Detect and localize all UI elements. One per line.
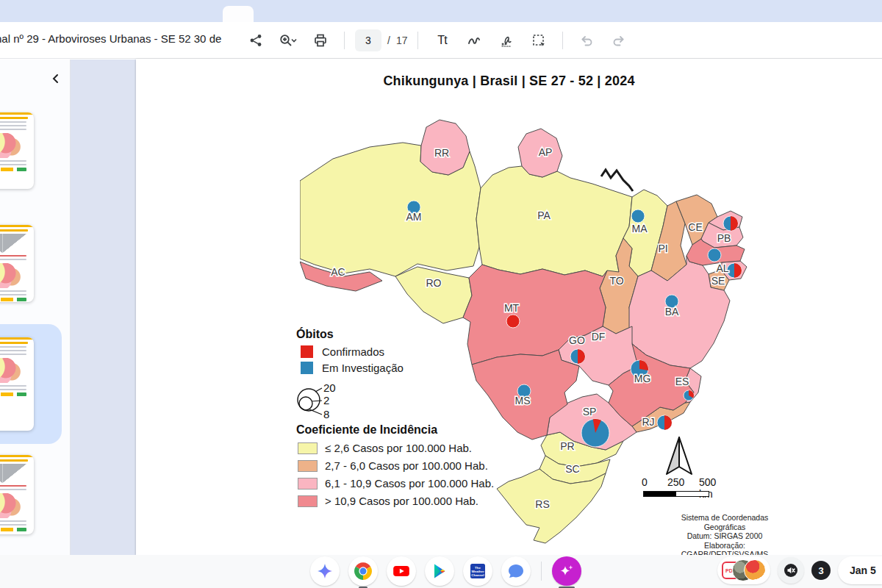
legend-label: 6,1 - 10,9 Casos por 100.000 Hab.	[325, 477, 494, 490]
draw-icon	[466, 32, 482, 49]
pdf-toolbar: nal nº 29 - Arboviroses Urbanas - SE 52 …	[0, 22, 882, 59]
state-label-GO: GO	[569, 334, 585, 346]
os-shelf: The Weather Channel PDF	[0, 555, 882, 588]
page-separator: /	[387, 35, 390, 46]
credit-line: Datum: SIRGAS 2000	[662, 531, 787, 541]
messages-icon	[507, 562, 525, 580]
launcher-button[interactable]	[310, 556, 340, 586]
collapse-sidebar-button[interactable]	[46, 68, 66, 89]
legend-label: Confirmados	[322, 345, 384, 358]
state-label-RR: RR	[434, 147, 449, 159]
select-area-button[interactable]	[526, 27, 552, 54]
draw-button[interactable]	[461, 27, 487, 54]
incidence-legend: Coeficiente de Incidência ≤ 2,6 Casos po…	[296, 423, 494, 507]
state-label-TO: TO	[609, 275, 623, 287]
sparkle-plus-icon	[559, 563, 575, 579]
legend-swatch	[301, 345, 313, 358]
deaths-legend-title: Óbitos	[296, 328, 404, 341]
legend-swatch	[301, 362, 313, 374]
deaths-marker-SP	[581, 419, 609, 447]
legend-label: ≤ 2,6 Casos por 100.000 Hab.	[325, 442, 472, 454]
state-label-SP: SP	[583, 406, 597, 417]
page-thumbnail-2[interactable]	[0, 225, 34, 302]
scale-bar: 0 250 500 km	[642, 476, 730, 497]
state-label-MT: MT	[504, 302, 520, 314]
state-label-ES: ES	[675, 376, 689, 387]
mute-button[interactable]	[778, 557, 804, 584]
select-area-icon	[531, 32, 547, 49]
incidence-legend-item: 2,7 - 6,0 Casos por 100.000 Hab.	[298, 459, 494, 472]
deaths-legend-item: Em Investigação	[301, 362, 404, 374]
document-canvas: Chikungunya | Brasil | SE 27 - 52 | 2024…	[71, 60, 882, 555]
chrome-icon	[354, 562, 373, 581]
pdf-workspace: Chikungunya | Brasil | SE 27 - 52 | 2024…	[0, 60, 882, 555]
size-label-2: 2	[323, 394, 329, 406]
youtube-button[interactable]	[387, 556, 416, 586]
state-label-RJ: RJ	[642, 416, 654, 428]
page-count: / 17	[387, 35, 407, 46]
scale-bar-graphic	[643, 491, 709, 497]
text-annotation-button[interactable]: Tt	[429, 27, 455, 54]
incidence-legend-item: > 10,9 Casos por 100.000 Hab.	[298, 495, 494, 507]
deaths-legend: Óbitos ConfirmadosEm Investigação	[296, 328, 404, 374]
scale-250: 250	[667, 476, 684, 488]
legend-label: > 10,9 Casos por 100.000 Hab.	[325, 495, 478, 507]
incidence-legend-title: Coeficiente de Incidência	[296, 423, 494, 437]
text-tool-icon: Tt	[437, 34, 446, 47]
toolbar-actions: 3 / 17 Tt	[243, 22, 632, 59]
document-title: nal nº 29 - Arboviroses Urbanas - SE 52 …	[0, 32, 221, 45]
page-thumbnail-1[interactable]	[0, 112, 34, 189]
redo-button[interactable]	[606, 27, 632, 54]
deaths-size-legend: 20 2 8	[293, 381, 360, 422]
state-label-PB: PB	[717, 232, 731, 244]
svg-text:Channel: Channel	[471, 573, 484, 577]
browser-tab-strip	[0, 0, 882, 22]
state-label-SE: SE	[711, 275, 725, 287]
page-thumbnail-4[interactable]	[0, 455, 34, 534]
size-label-8: 8	[323, 408, 329, 420]
share-button[interactable]	[243, 27, 269, 54]
chrome-button[interactable]	[348, 556, 378, 586]
state-PA	[476, 166, 632, 276]
legend-swatch	[298, 478, 318, 490]
page-number-input[interactable]: 3	[355, 29, 381, 51]
undo-button[interactable]	[573, 27, 600, 54]
toolbar-divider	[562, 32, 563, 49]
launcher-sparkle-icon	[316, 562, 334, 580]
state-label-MA: MA	[632, 223, 648, 234]
state-label-AP: AP	[539, 146, 553, 158]
legend-swatch	[298, 495, 318, 507]
state-label-RS: RS	[535, 498, 549, 510]
legend-swatch	[298, 442, 318, 454]
page-thumbnail-3[interactable]	[0, 337, 34, 431]
deaths-marker-ES	[684, 390, 694, 401]
print-button[interactable]	[307, 27, 334, 54]
map-title: Chikungunya | Brasil | SE 27 - 52 | 2024	[136, 74, 882, 89]
incidence-legend-item: 6,1 - 10,9 Casos por 100.000 Hab.	[298, 477, 494, 490]
weather-channel-icon: The Weather Channel	[468, 562, 487, 581]
speaker-muted-icon	[784, 563, 798, 578]
signature-button[interactable]	[493, 27, 520, 54]
notification-cluster[interactable]: PDF	[717, 556, 770, 584]
size-label-20: 20	[323, 381, 336, 394]
toolbar-divider	[344, 32, 345, 49]
notification-count-badge[interactable]: 3	[811, 561, 831, 580]
chevron-left-icon	[50, 73, 62, 85]
pdf-page: Chikungunya | Brasil | SE 27 - 52 | 2024…	[136, 59, 882, 555]
zoom-button[interactable]	[275, 27, 301, 54]
play-store-button[interactable]	[425, 556, 454, 586]
screencast-app-button[interactable]	[552, 556, 581, 586]
browser-tab[interactable]	[223, 6, 254, 22]
play-store-icon	[431, 562, 448, 580]
credit-line: Sistema de Coordenadas Geográficas	[662, 513, 787, 531]
legend-label: Em Investigação	[322, 362, 404, 374]
state-label-PA: PA	[537, 209, 551, 221]
state-label-BA: BA	[665, 306, 679, 318]
weather-channel-button[interactable]: The Weather Channel	[463, 556, 492, 586]
signature-icon	[498, 32, 514, 49]
legend-label: 2,7 - 6,0 Casos por 100.000 Hab.	[325, 459, 488, 472]
status-area-date[interactable]: Jan 5	[838, 556, 882, 584]
deaths-marker-RJ	[657, 415, 672, 430]
messages-button[interactable]	[501, 556, 531, 586]
chevron-down-icon	[290, 37, 298, 44]
